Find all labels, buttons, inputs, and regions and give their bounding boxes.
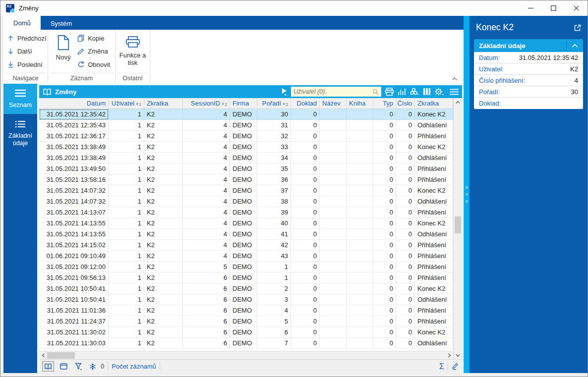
edit-note-icon[interactable] [452, 363, 459, 370]
table-cell [347, 196, 373, 207]
detail-field-label: Pořadí: [479, 88, 500, 96]
table-cell: 31.05.2021 10:50:41 [39, 283, 109, 294]
scroll-right-icon[interactable] [445, 351, 453, 359]
table-row[interactable]: 31.05.2021 11:01:361K26DEMO4000Přihlášen… [39, 305, 453, 316]
table-row[interactable]: 31.05.2021 14:07:321K24DEMO38000Odhlášen… [39, 196, 453, 207]
table-row[interactable]: 31.05.2021 11:30:031K26DEMO7000Odhlášení [39, 338, 453, 349]
column-header[interactable]: Typ [373, 98, 396, 108]
table-row[interactable]: 31.05.2021 10:50:411K26DEMO2000Konec K2 [39, 283, 453, 294]
table-row[interactable]: 31.05.2021 13:38:491K24DEMO33000Konec K2 [39, 142, 453, 153]
table-cell: 31.05.2021 14:13:55 [39, 218, 109, 229]
column-header[interactable]: Uživatel▲1 [109, 98, 144, 108]
column-header[interactable]: Zkratka [415, 98, 453, 108]
column-header[interactable]: Datum [39, 98, 109, 108]
table-cell: 1 [109, 163, 144, 174]
book-view-button[interactable] [42, 361, 54, 372]
scroll-left-icon[interactable] [39, 351, 47, 359]
column-header[interactable]: Kniha [347, 98, 373, 108]
table-cell: 0 [373, 196, 396, 207]
gear-icon[interactable] [434, 88, 444, 96]
column-header[interactable]: Pořadí▲3 [257, 98, 291, 108]
new-button[interactable]: Nový [50, 31, 76, 73]
table-cell: DEMO [230, 283, 257, 294]
table-row[interactable]: 31.05.2021 14:07:321K24DEMO37000Konec K2 [39, 185, 453, 196]
table-row[interactable]: 31.05.2021 12:35:421K24DEMO30000Konec K2 [39, 109, 453, 120]
table-row[interactable]: 31.05.2021 11:30:021K26DEMO6000Konec K2 [39, 327, 453, 338]
basic-data-header[interactable]: Základní údaje [474, 39, 583, 52]
functions-print-button[interactable]: Funkce a tisk [118, 31, 148, 73]
column-header[interactable]: Číslo [396, 98, 415, 108]
external-link-icon[interactable] [574, 24, 582, 32]
table-row[interactable]: 31.05.2021 12:35:431K24DEMO31000Odhlášen… [39, 120, 453, 131]
table-cell: 31.05.2021 11:30:03 [39, 338, 109, 349]
table-cell: K2 [144, 338, 183, 349]
refresh-button[interactable]: Obnovit [77, 59, 110, 70]
table-row[interactable]: 31.05.2021 13:38:491K24DEMO34000Odhlášen… [39, 153, 453, 163]
next-button[interactable]: Další [7, 46, 47, 57]
horizontal-scrollbar[interactable] [39, 351, 453, 359]
vscroll-thumb[interactable] [455, 216, 461, 233]
table-cell: 4 [183, 218, 230, 229]
table-cell: K2 [144, 316, 183, 327]
table-cell: Konec K2 [415, 109, 453, 120]
tab-system[interactable]: Systém [41, 17, 82, 30]
minimize-button[interactable] [519, 0, 542, 16]
card-view-button[interactable] [58, 361, 69, 372]
panel-splitter[interactable] [464, 16, 470, 373]
print-icon[interactable] [385, 88, 394, 96]
scroll-up-icon[interactable] [454, 98, 462, 106]
tab-domu[interactable]: Domů [3, 16, 41, 30]
column-header[interactable]: SessionID▲2 [183, 98, 230, 108]
record-count-label[interactable]: Počet záznamů [112, 363, 156, 370]
table-cell: Konec K2 [415, 218, 453, 229]
table-row[interactable]: 31.05.2021 09:12:001K25DEMO1000Přihlášen… [39, 262, 453, 272]
table-cell: Konec K2 [415, 142, 453, 153]
cluster-icon[interactable] [410, 88, 419, 96]
column-header[interactable]: Firma [230, 98, 257, 108]
table-cell: 1 [109, 153, 144, 163]
sidebar-item-seznam[interactable]: Seznam [3, 84, 37, 114]
ribbon-collapse-chevron-icon[interactable] [452, 77, 458, 81]
table-cell: Přihlášení [415, 163, 453, 174]
column-header[interactable]: Doklad [291, 98, 320, 108]
table-cell: 0 [291, 163, 320, 174]
table-row[interactable]: 31.05.2021 14:13:071K24DEMO39000Přihláše… [39, 207, 453, 218]
table-cell: 0 [291, 185, 320, 196]
table-row[interactable]: 31.05.2021 13:58:161K24DEMO36000Přihláše… [39, 174, 453, 185]
search-input[interactable] [294, 88, 372, 95]
table-row[interactable]: 31.05.2021 11:24:371K26DEMO5000Přihlášen… [39, 316, 453, 327]
table-cell: DEMO [230, 305, 257, 316]
copy-button[interactable]: Kopie [77, 33, 110, 44]
play-icon[interactable] [281, 88, 288, 96]
hscroll-thumb[interactable] [47, 352, 75, 359]
grid-menu-icon[interactable] [450, 89, 459, 95]
table-row[interactable]: 01.06.2021 09:10:491K24DEMO43000Přihláše… [39, 251, 453, 262]
table-row[interactable]: 31.05.2021 09:56:131K26DEMO1000Přihlášen… [39, 272, 453, 283]
table-cell: 1 [109, 207, 144, 218]
scroll-down-icon[interactable] [454, 351, 462, 359]
collapse-chevron-icon[interactable] [566, 41, 578, 50]
sidebar-item-zakladni-udaje[interactable]: Základní údaje [3, 115, 37, 152]
table-row[interactable]: 31.05.2021 14:13:551K24DEMO41000Odhlášen… [39, 229, 453, 240]
column-header[interactable]: Zkratka [144, 98, 183, 108]
last-button[interactable]: Poslední [7, 59, 47, 70]
table-cell: 0 [291, 262, 320, 272]
table-cell: DEMO [230, 229, 257, 240]
filter-icon[interactable] [73, 361, 85, 372]
table-row[interactable]: 31.05.2021 14:13:551K24DEMO40000Konec K2 [39, 218, 453, 229]
close-button[interactable] [565, 0, 588, 16]
column-header[interactable]: Název [320, 98, 347, 108]
table-row[interactable]: 31.05.2021 10:50:411K26DEMO3000Odhlášení [39, 294, 453, 305]
columns-icon[interactable] [423, 88, 431, 96]
maximize-button[interactable] [542, 0, 565, 16]
sum-icon[interactable]: Σ [439, 362, 444, 371]
table-cell [320, 272, 347, 283]
table-row[interactable]: 31.05.2021 13:49:501K24DEMO35000Přihláše… [39, 163, 453, 174]
previous-button[interactable]: Předchozí [7, 33, 47, 44]
edit-button[interactable]: Změna [77, 46, 110, 57]
table-row[interactable]: 31.05.2021 12:36:171K24DEMO32000Přihláše… [39, 131, 453, 142]
table-row[interactable]: 31.05.2021 14:15:021K24DEMO42000Přihláše… [39, 240, 453, 251]
bar-chart-icon[interactable] [398, 88, 406, 96]
vertical-scrollbar[interactable] [453, 98, 462, 359]
snowflake-icon[interactable] [88, 361, 97, 372]
